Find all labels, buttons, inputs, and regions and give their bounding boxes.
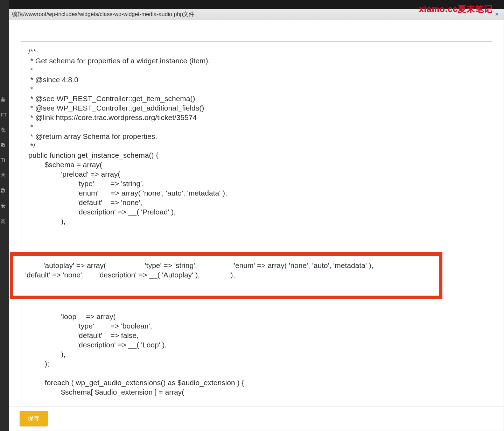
sidebar-fragment: TI	[0, 157, 9, 163]
code-editor[interactable]: /** * Get schema for properties of a wid…	[21, 41, 492, 405]
sidebar-fragment: 为	[0, 172, 9, 178]
modal-title: 编辑/wwwroot/wp-includes/widgets/class-wp-…	[12, 11, 194, 18]
modal-footer: 保存	[9, 406, 504, 431]
close-icon[interactable]: ×	[493, 11, 500, 18]
sidebar-fragment: 安	[0, 203, 9, 209]
sidebar-fragment: 高	[0, 218, 9, 225]
background-sidebar: 基 FT 在 数 TI 为 数 安 高	[0, 0, 9, 431]
editor-modal: 编辑/wwwroot/wp-includes/widgets/class-wp-…	[9, 9, 504, 431]
watermark-text: xiamo.cc夏末笔记	[419, 3, 493, 15]
sidebar-fragment: 基	[0, 97, 9, 103]
highlighted-code-annotation: 'autoplay' => array( 'type' => 'string',…	[10, 252, 442, 299]
sidebar-fragment: 在	[0, 127, 9, 133]
sidebar-fragment: FT	[0, 112, 9, 118]
sidebar-fragment: 数	[0, 188, 9, 194]
save-button[interactable]: 保存	[20, 411, 48, 426]
modal-body: /** * Get schema for properties of a wid…	[9, 20, 504, 406]
highlighted-code-text: 'autoplay' => array( 'type' => 'string',…	[25, 261, 432, 280]
code-block-before: /** * Get schema for properties of a wid…	[28, 47, 485, 226]
code-block-after: 'loop' => array( 'type' => 'boolean', 'd…	[28, 312, 485, 397]
sidebar-fragment: 数	[0, 142, 9, 148]
